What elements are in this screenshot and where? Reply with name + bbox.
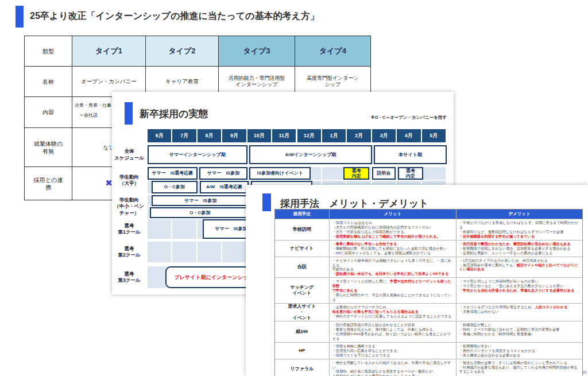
bullet-line: ・社員協力が必要な場合もあり、協力してくれる社員の時間的負担が発生することもある: [459, 365, 579, 374]
demerit-cell: ・初期費用が大きい・自社のコンテンツを用意するコストもかかる・求人媒体と組み合わ…: [456, 343, 582, 359]
bullet-line: ・マス型と比べると、一度に会える学生の数が少ないことが多い: [459, 284, 579, 288]
month-cell: 2月: [347, 129, 370, 142]
schedule-bar: 選考 内定: [343, 167, 369, 180]
bullet-line: で学生に会える: [332, 288, 453, 293]
table-header-row: 採用手法 メリット デメリット: [275, 210, 582, 219]
method-row: 合説・ナビサイトや新卒紹介では接触できないような多くの学生に、一度に会える可能性…: [275, 257, 582, 278]
bullet-line: ・志望度の高い応募を得ることができる: [332, 348, 453, 353]
bullet-line: ・学校とのつながりを形成しなければならず、採用に至るまで時間がかかる: [459, 220, 579, 230]
method-name: 紙DM: [275, 321, 329, 342]
method-row: マッチング イベント・マス型イベントと比較した際に、学歴や志向性などターゲットを…: [275, 277, 582, 303]
schedule-bar: IS参加者向けイベント: [249, 167, 311, 180]
grid-cell: [222, 242, 246, 262]
bullet-line: ・HPに採用サイトがなくても、必要な情報は網羅されている: [332, 251, 453, 255]
month-cell: 7月: [172, 129, 196, 142]
bullet-line: ・情報を自由に掲載できる: [332, 344, 453, 348]
row-label-name: 名称: [25, 67, 72, 97]
bullet-line: ・大学・学部を絞り込んで採用活動ができる。: [332, 230, 453, 234]
method-name: 逆求人サイト ・ イベント: [275, 304, 329, 321]
bullet-line: ・大量採用には向かない: [459, 309, 579, 314]
method-row: リファラル・自社を理解している人からの紹介であるため、社風や文化に適合しやすい・…: [275, 359, 582, 376]
method-row: 紙DM・別の母集団形成の手法と組み合わせることが容易・豊富な情報が伝えられ、送付…: [275, 321, 582, 342]
bullet-line: ・採用時、紹介者に報奨金などを用意するケースが一般的だが、: [332, 369, 453, 374]
grid-cell: [198, 242, 221, 262]
merit-cell: ・ナビサイトや新卒紹介では接触できないような多くの学生に、一度に会える可能性があ…: [329, 257, 456, 278]
bullet-line: ・定期的な更新や、エントリー学生への案内が必要になる: [459, 251, 579, 255]
slide3-title: 採用手法 メリット・デメリット: [280, 197, 429, 210]
schedule-bar: サマー IS参加: [199, 167, 247, 180]
method-row: HP・情報を自由に掲載できる・志望度の高い応募を得ることができる・採用コストを下…: [275, 342, 582, 359]
schedule-bar: サマー IS選考応募: [148, 167, 198, 180]
bullet-line: ・自社のターゲットだけに応募してもらえるように設定することができる: [332, 314, 453, 319]
month-cell: 3月: [372, 129, 396, 142]
bullet-line: ・自社のコンテンツを用意するコストもかかる: [459, 348, 579, 353]
schedule-bar: 本サイト期: [374, 145, 447, 164]
month-cell: 10月: [247, 129, 271, 142]
s2-row-label: 全体 スケジュール: [112, 145, 146, 164]
bullet-line: （大学との関係構築のために採用担当が訪問するコストのみ）: [332, 225, 453, 230]
method-row: 学校訪問・採用コストはほぼゼロ。（大学との関係構築のために採用担当が訪問するコス…: [275, 219, 582, 240]
schedule-bar: サマー IS参加: [152, 195, 250, 206]
s2-row-label: 選考 第3クール: [112, 266, 146, 288]
bullet-line: ・自社を理解している人からの紹介であるため、社風や文化に適合しやすい: [332, 361, 453, 370]
s2-row-label: 選考 第2クール: [112, 242, 146, 262]
method-row: ナビサイト・業界に興味のない学生へも告知できる・掲載開始以降、何人採用しても最初…: [275, 240, 582, 257]
col-header-type2: タイプ2: [146, 36, 219, 67]
month-cell: 5月: [422, 129, 446, 142]
merit-cell: ・別の母集団形成の手法と組み合わせることが容易・豊富な情報が伝えられ、送付物によ…: [329, 321, 456, 342]
bullet-line: ・スカウトを打つなどの手間が発生するため、人的コストがかかる: [459, 305, 579, 309]
demerit-cell: ・スカウトを打つなどの手間が発生するため、人的コストがかかる・大量採用には向かな…: [456, 304, 582, 321]
bullet-line: ・企業側からのアプローチのため、: [332, 305, 453, 309]
bullet-line: ・先行投資で費用がかかるため、費用対効果が見込めない場合もある: [459, 242, 579, 246]
grid-cell: [172, 242, 196, 262]
month-cell: 11月: [272, 129, 296, 142]
bullet-line: ・時代・ニーズの変化に合わせて、定期的に手法の変更が必要: [459, 327, 579, 332]
schedule-bar: 選考 内定: [398, 167, 423, 180]
grid-cell: [148, 242, 171, 262]
bullet-line: ・住所情報やFAX番号があれば、知り合いではない相手にも送ることができる: [332, 332, 453, 341]
demerit-cell: ・地道な活動が必要で、すぐには効果が現れにくいと言われている・社員協力が必要な場…: [456, 359, 582, 376]
bullet-line: ・限られた時間の中で、学生の質を見極めることができるようになっている: [332, 293, 453, 302]
bullet-line: ・近年就職課を利用する学生が減ってきている: [459, 234, 579, 239]
schedule-band: サマーインターンシップ期A/Wインターンシップ期本サイト期: [148, 145, 447, 164]
schedule-bar: 説明会: [372, 167, 396, 180]
bullet-line: ・業界に興味のない学生へも告知できる: [332, 242, 453, 246]
bullet-line: ・初期費用で採用しきれない場合、追加投資を必要とする場合がある: [459, 246, 579, 251]
bullet-line: ・掲載開始以降、何人採用しても最初に支払った金額で済む場合が多い: [332, 246, 453, 251]
slide1-title: 25卒より改正「インターンシップの推進に当たっての基本的考え方」: [30, 10, 319, 22]
bullet-line: ・採用コストはほぼゼロ。: [332, 220, 453, 225]
bullet-line: 人材紹介などに比べると費用がかからないことも多い: [332, 374, 453, 376]
method-name: 学校訪問: [275, 219, 329, 240]
page-number: 20: [582, 370, 586, 374]
header-merit: メリット: [329, 210, 456, 219]
bullet-line: ・地道な活動が必要で、すぐには効果が現れにくいと言われている: [459, 361, 579, 365]
month-header-band: 6月7月8月9月10月11月12月1月2月3月4月5月: [148, 129, 447, 142]
month-cell: 9月: [222, 129, 246, 142]
method-name: マッチング イベント: [275, 278, 329, 303]
method-name: ナビサイト: [275, 241, 329, 257]
row-label-hiring-link: 採用との連 携: [25, 167, 72, 200]
grid-cell: [172, 219, 196, 239]
method-row: 逆求人サイト ・ イベント・企業側からのアプローチのため、知名度の低い企業も学生…: [275, 303, 582, 321]
bullet-line: ・マス型と同じように拘束時間が長いものが多い: [459, 279, 579, 284]
demerit-cell: ・効果測定が難しい・時代・ニーズの変化に合わせて、定期的に手法の変更が必要・準備…: [456, 321, 582, 342]
bullet-line: ・ナビサイトや新卒紹介では接触できないような多くの学生に、一度に会える: [332, 258, 453, 268]
method-name: 合説: [275, 257, 329, 278]
method-pros-cons-table: 採用手法 メリット デメリット 学校訪問・採用コストはほぼゼロ。（大学との関係構…: [274, 209, 583, 376]
bullet-line: 知名度の低い企業も学生に知ってもらえる場合はある: [332, 309, 453, 314]
grid-cell: [322, 167, 346, 180]
accent-bar: [16, 6, 24, 28]
merit-cell: ・採用コストはほぼゼロ。（大学との関係構築のために採用担当が訪問するコストのみ）…: [329, 219, 456, 240]
bullet-line: ・初期費用が大きい: [459, 344, 579, 348]
bullet-line: ・学生からも自社を評価されるため、準備を念入りにする必要性がある: [459, 288, 579, 293]
method-name: リファラル: [275, 359, 329, 376]
merit-cell: ・企業側からのアプローチのため、知名度の低い企業も学生に知ってもらえる場合はある…: [329, 304, 456, 321]
schedule-bar: O・C参加: [150, 207, 250, 218]
bullet-line: ・挨拶回りなど、複数回訪問しなければならずマンパワーが必要: [459, 230, 579, 234]
month-cell: 6月: [148, 129, 171, 142]
bullet-line: ・別の母集団形成の手法と組み合わせることが容易: [332, 323, 453, 327]
month-cell: 8月: [198, 129, 221, 142]
col-header-type1: タイプ1: [72, 36, 146, 67]
grid-cell: [422, 167, 446, 180]
bullet-line: ・後日説明会や選考に案内しても、就活サイトや紹介と比べてつながりにくい場合がある: [459, 263, 579, 272]
